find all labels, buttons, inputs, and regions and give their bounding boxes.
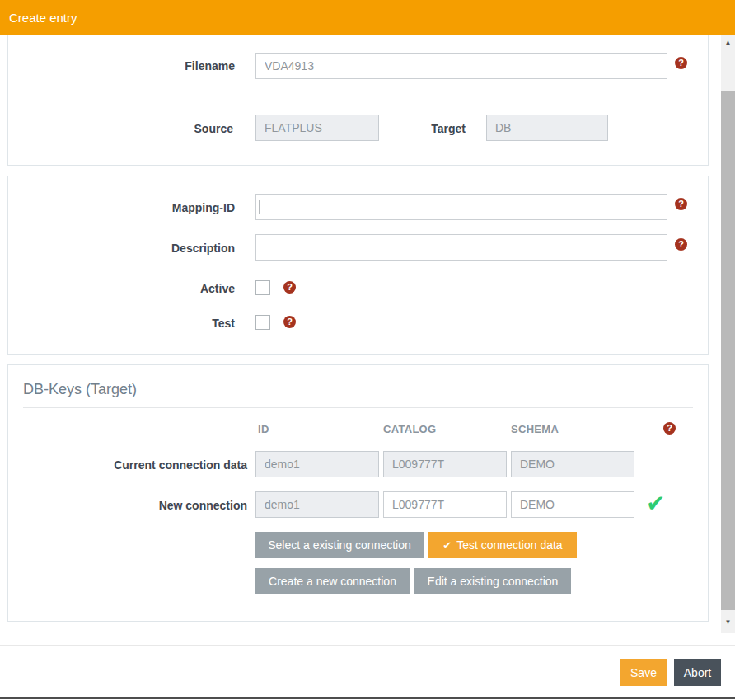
active-help-icon[interactable]: ? — [283, 281, 296, 294]
column-header-schema: SCHEMA — [511, 423, 559, 435]
text-caret — [259, 200, 260, 214]
column-header-catalog: CATALOG — [383, 423, 436, 435]
current-schema-input — [511, 451, 634, 477]
panel-divider — [25, 96, 692, 96]
description-help-icon[interactable]: ? — [675, 238, 687, 251]
test-connection-button-label: Test connection data — [456, 538, 562, 552]
modal-bottom-edge — [0, 697, 735, 699]
check-icon: ✔ — [442, 539, 452, 552]
filename-help-icon[interactable]: ? — [675, 57, 687, 69]
new-catalog-input[interactable] — [383, 491, 507, 518]
active-checkbox[interactable] — [255, 280, 270, 295]
filename-label: Filename — [29, 59, 235, 73]
column-header-id: ID — [258, 423, 269, 435]
target-input — [486, 115, 608, 141]
mapping-id-help-icon[interactable]: ? — [675, 198, 687, 210]
mapping-id-label: Mapping-ID — [29, 201, 235, 214]
current-catalog-input — [383, 451, 507, 477]
current-connection-label: Current connection data — [49, 458, 247, 472]
modal-title-bar: Create entry — [0, 0, 735, 35]
db-keys-help-icon[interactable]: ? — [663, 422, 676, 435]
test-help-icon[interactable]: ? — [283, 316, 296, 328]
db-keys-title-rule — [23, 407, 693, 408]
connection-valid-check-icon: ✔ — [646, 492, 665, 515]
footer-divider — [0, 645, 735, 646]
create-new-connection-button[interactable]: Create a new connection — [255, 568, 410, 594]
new-schema-input[interactable] — [511, 491, 634, 518]
edit-existing-connection-button[interactable]: Edit a existing connection — [414, 568, 571, 594]
test-checkbox[interactable] — [255, 315, 270, 330]
source-label: Source — [110, 122, 233, 135]
description-input[interactable] — [255, 234, 667, 261]
abort-button[interactable]: Abort — [674, 659, 721, 686]
modal-title: Create entry — [9, 11, 77, 25]
target-label: Target — [342, 122, 466, 135]
scrollbar-thumb[interactable] — [721, 91, 735, 610]
scrollbar-up-arrow-icon[interactable]: ▲ — [721, 37, 735, 49]
current-id-input — [255, 451, 379, 477]
save-button[interactable]: Save — [620, 659, 667, 686]
select-existing-connection-button[interactable]: Select a existing connection — [255, 532, 424, 558]
scrollbar-down-arrow-icon[interactable]: ▼ — [721, 617, 735, 628]
new-connection-label: New connection — [49, 499, 247, 512]
filename-input[interactable] — [255, 53, 667, 79]
active-label: Active — [29, 282, 235, 295]
new-id-input — [255, 491, 379, 518]
test-label: Test — [29, 317, 235, 330]
description-label: Description — [29, 242, 235, 255]
db-keys-title: DB-Keys (Target) — [23, 381, 137, 398]
test-connection-button[interactable]: ✔Test connection data — [428, 532, 577, 558]
mapping-id-input[interactable] — [255, 194, 667, 220]
